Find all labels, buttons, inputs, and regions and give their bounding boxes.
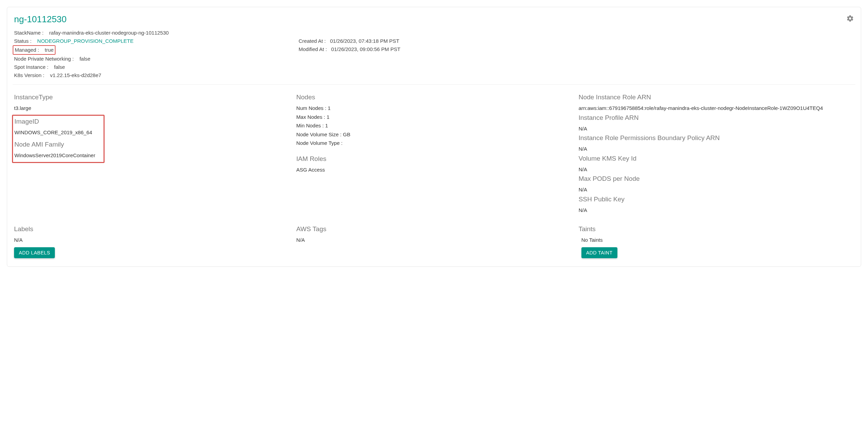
vol-type: Node Volume Type : <box>296 139 571 148</box>
nodegroup-card: ng-10112530 StackName : rafay-manindra-e… <box>7 7 861 267</box>
stackname-value: rafay-manindra-eks-cluster-nodegroup-ng-… <box>49 30 169 36</box>
created-row: Created At : 01/26/2023, 07:43:18 PM PST <box>299 37 569 45</box>
managed-label: Managed : <box>15 47 39 53</box>
maxpods-value: N/A <box>579 185 854 194</box>
spot-label: Spot Instance : <box>14 64 48 70</box>
profile-arn-label: Instance Profile ARN <box>579 114 854 122</box>
max-nodes: Max Nodes : 1 <box>296 113 571 122</box>
modified-value: 01/26/2023, 09:00:56 PM PST <box>331 46 400 52</box>
stackname-row: StackName : rafay-manindra-eks-cluster-n… <box>14 29 285 37</box>
highlight-block: ImageID WINDOWS_CORE_2019_x86_64 Node AM… <box>12 115 105 163</box>
instancetype-label: InstanceType <box>14 93 289 101</box>
kms-label: Volume KMS Key Id <box>579 155 854 162</box>
managed-value: true <box>45 47 54 53</box>
labels-label: Labels <box>14 225 289 233</box>
spot-value: false <box>54 64 65 70</box>
amifam-value: WindowsServer2019CoreContainer <box>14 151 100 160</box>
tags-label: AWS Tags <box>296 225 571 233</box>
details-grid: InstanceType t3.large ImageID WINDOWS_CO… <box>14 89 854 214</box>
taints-label: Taints <box>579 225 854 233</box>
min-nodes: Min Nodes : 1 <box>296 121 571 130</box>
labels-value: N/A <box>14 236 289 245</box>
vol-size: Node Volume Size : GB <box>296 130 571 139</box>
created-label: Created At : <box>299 38 326 44</box>
iam-label: IAM Roles <box>296 155 571 163</box>
k8s-label: K8s Version : <box>14 72 44 78</box>
status-row: Status : NODEGROUP_PROVISION_COMPLETE <box>14 37 285 45</box>
ssh-label: SSH Public Key <box>579 196 854 203</box>
status-label: Status : <box>14 38 32 44</box>
add-taint-button[interactable]: ADD TAINT <box>581 247 617 258</box>
spot-row: Spot Instance : false <box>14 63 285 71</box>
amifam-label: Node AMI Family <box>14 141 100 148</box>
profile-arn-value: N/A <box>579 124 854 133</box>
modified-row: Modified At : 01/26/2023, 09:00:56 PM PS… <box>299 45 569 53</box>
taints-value: No Taints <box>579 236 854 245</box>
ssh-value: N/A <box>579 206 854 215</box>
nodes-label: Nodes <box>296 93 571 101</box>
add-labels-button[interactable]: ADD LABELS <box>14 247 55 258</box>
kms-value: N/A <box>579 165 854 174</box>
created-value: 01/26/2023, 07:43:18 PM PST <box>330 38 399 44</box>
instancetype-value: t3.large <box>14 104 289 113</box>
gear-icon[interactable] <box>846 15 854 23</box>
stackname-label: StackName : <box>14 30 44 36</box>
npn-value: false <box>80 56 91 62</box>
npn-label: Node Private Networking : <box>14 56 74 62</box>
perm-boundary-label: Instance Role Permissions Boundary Polic… <box>579 134 854 142</box>
imageid-label: ImageID <box>14 118 100 125</box>
modified-label: Modified At : <box>299 46 327 52</box>
status-value: NODEGROUP_PROVISION_COMPLETE <box>37 38 134 44</box>
tags-value: N/A <box>296 236 571 245</box>
k8s-value: v1.22.15-eks-d2d28e7 <box>50 72 101 78</box>
page-title: ng-10112530 <box>14 14 67 25</box>
iam-value: ASG Access <box>296 165 571 174</box>
k8s-row: K8s Version : v1.22.15-eks-d2d28e7 <box>14 71 285 79</box>
role-arn-value: arn:aws:iam::679196758854:role/rafay-man… <box>579 104 854 113</box>
bottom-grid: Labels N/A ADD LABELS AWS Tags N/A Taint… <box>14 221 854 258</box>
perm-boundary-value: N/A <box>579 145 854 153</box>
maxpods-label: Max PODS per Node <box>579 175 854 183</box>
npn-row: Node Private Networking : false <box>14 55 285 63</box>
role-arn-label: Node Instance Role ARN <box>579 93 854 101</box>
meta-section: StackName : rafay-manindra-eks-cluster-n… <box>14 29 854 79</box>
imageid-value: WINDOWS_CORE_2019_x86_64 <box>14 128 100 137</box>
managed-row: Managed : true <box>14 45 285 55</box>
num-nodes: Num Nodes : 1 <box>296 104 571 113</box>
